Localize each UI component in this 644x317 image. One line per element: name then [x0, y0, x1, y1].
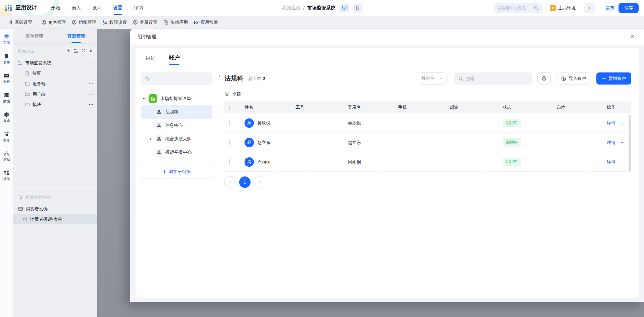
ribbon-label: 登录设置: [140, 19, 157, 25]
row-more-button[interactable]: [620, 160, 625, 164]
node-more-button[interactable]: [89, 60, 94, 65]
tab-menu-management[interactable]: 菜单管理: [13, 29, 55, 43]
save-button[interactable]: 保存: [619, 3, 639, 13]
add-page-button[interactable]: [66, 48, 71, 53]
layer-item-complaint-form[interactable]: 消费者投诉-表单: [13, 214, 97, 224]
prev-page-button[interactable]: [224, 176, 236, 188]
tab-page-management[interactable]: 页面管理: [55, 29, 97, 43]
export-download-button[interactable]: [537, 72, 551, 85]
row-checkbox[interactable]: [229, 159, 230, 165]
chevron-right-icon: [258, 180, 262, 184]
rail-item-logic[interactable]: 逻辑: [0, 149, 13, 164]
select-all-checkbox[interactable]: [229, 105, 230, 110]
filter-row[interactable]: 全部: [224, 91, 631, 97]
row-checkbox[interactable]: [229, 140, 230, 145]
column-header-name: 姓名: [239, 104, 290, 110]
page-search-row: [13, 44, 97, 58]
search-field-select[interactable]: 搜姓名: [418, 72, 447, 85]
ribbon-item-app-constants[interactable]: Fx 应用常量: [191, 19, 221, 25]
page-number-current[interactable]: 1: [239, 176, 251, 188]
publish-button[interactable]: 发布: [605, 5, 614, 11]
add-account-button[interactable]: 新增账户: [596, 72, 631, 85]
layer-item-complaint-page[interactable]: 消费者投诉: [13, 204, 97, 214]
user-circle-icon: [41, 20, 46, 25]
ribbon-item-role-management[interactable]: 角色管理: [38, 19, 69, 25]
ribbon-item-dependent-apps[interactable]: 依赖应用: [160, 19, 191, 25]
menu-item-review[interactable]: 审阅: [134, 0, 143, 16]
scrollbar-thumb[interactable]: [629, 115, 631, 171]
layer-search-input[interactable]: [25, 195, 92, 200]
menu-item-design[interactable]: 设计: [92, 0, 102, 16]
org-node-enforcement-team[interactable]: 综合执法大队: [141, 132, 212, 146]
breadcrumb-parent[interactable]: 我的应用: [282, 5, 301, 11]
add-folder-button[interactable]: [73, 48, 78, 53]
ribbon-item-basic-settings[interactable]: 基础设置: [5, 19, 35, 25]
app-logo-icon: [5, 5, 12, 11]
import-accounts-label: 导入账户: [569, 75, 586, 82]
rail-item-forms[interactable]: 表单: [0, 52, 13, 66]
org-node-bureau[interactable]: 市场监督管理局: [141, 92, 212, 105]
user-circle-icon: [561, 76, 566, 81]
rail-item-plugins[interactable]: 插件: [0, 168, 13, 183]
ribbon-item-permission-settings[interactable]: 权限设置: [99, 19, 130, 25]
ribbon-item-org-management[interactable]: 组织管理: [69, 19, 99, 25]
rail-item-pages[interactable]: 页面: [0, 32, 13, 47]
ribbon-item-login-settings[interactable]: 登录设置: [130, 19, 160, 25]
rail-label: 集成: [3, 118, 10, 123]
mobile-view-button[interactable]: [354, 4, 362, 12]
detail-link[interactable]: 详情: [607, 140, 615, 146]
tree-node-client-side[interactable]: 用户端: [17, 89, 94, 99]
caret-down-icon[interactable]: [142, 97, 146, 100]
row-more-button[interactable]: [620, 140, 625, 145]
status-badge: 启用中: [503, 138, 521, 147]
add-sub-org-button[interactable]: 添加子组织: [141, 165, 212, 178]
ribbon-label: 基础设置: [15, 19, 32, 25]
rail-item-integration[interactable]: 集成: [0, 110, 13, 125]
collapse-tree-button[interactable]: [217, 72, 222, 80]
collapse-all-button[interactable]: [89, 49, 93, 53]
left-rail: 页面 表单 分析: [0, 29, 13, 317]
caret-right-icon[interactable]: [149, 137, 152, 141]
rail-item-data[interactable]: 数据: [0, 91, 13, 105]
node-more-button[interactable]: [89, 102, 94, 107]
node-more-button[interactable]: [89, 81, 94, 86]
tree-node-label: 服务端: [33, 81, 46, 87]
tab-organization[interactable]: 组织: [146, 55, 156, 65]
node-more-button[interactable]: [89, 92, 94, 97]
modal-close-button[interactable]: [628, 33, 637, 41]
menu-item-insert[interactable]: 插入: [71, 0, 81, 16]
row-checkbox[interactable]: [229, 120, 230, 126]
rail-item-analysis[interactable]: 分析: [0, 71, 13, 86]
account-search-input[interactable]: [466, 76, 528, 81]
environment-button[interactable]: </> 正式环境: [546, 3, 579, 13]
org-node-complaint-center[interactable]: 投诉举报中心: [141, 146, 212, 159]
more-dots-icon: [89, 81, 94, 86]
org-node-label: 投诉举报中心: [165, 149, 192, 155]
rail-item-services[interactable]: 服务: [0, 129, 13, 144]
org-node-legal-dept[interactable]: 法规科: [141, 105, 212, 119]
cell-name: 赵立东: [257, 140, 270, 146]
tree-node-home[interactable]: 首页: [17, 68, 94, 78]
row-more-button[interactable]: [620, 121, 625, 125]
preview-run-button[interactable]: [584, 3, 595, 13]
tree-node-modules[interactable]: 模块: [17, 99, 94, 110]
org-search-input[interactable]: [150, 76, 208, 82]
component-search-input[interactable]: [497, 6, 532, 10]
menu-item-settings[interactable]: 设置: [113, 0, 122, 16]
tree-node-root[interactable]: 市场监管系统: [17, 58, 94, 68]
tree-node-server-side[interactable]: 服务端: [17, 78, 94, 89]
refresh-button[interactable]: [81, 48, 86, 53]
next-page-button[interactable]: [254, 176, 265, 188]
detail-link[interactable]: 详情: [607, 120, 615, 126]
org-node-info-center[interactable]: 信息中心: [141, 119, 212, 132]
detail-link[interactable]: 详情: [607, 159, 615, 165]
ribbon-label: 角色管理: [48, 19, 66, 25]
import-accounts-button[interactable]: 导入账户: [556, 72, 591, 85]
page-search-input[interactable]: [17, 48, 63, 53]
pages-panel-tabs: 菜单管理 页面管理: [13, 29, 97, 44]
plus-icon: [602, 76, 606, 81]
menu-item-start[interactable]: 开始: [51, 0, 60, 16]
search-icon: [18, 195, 23, 200]
desktop-view-button[interactable]: [340, 4, 349, 12]
tab-accounts[interactable]: 账户: [169, 54, 180, 65]
